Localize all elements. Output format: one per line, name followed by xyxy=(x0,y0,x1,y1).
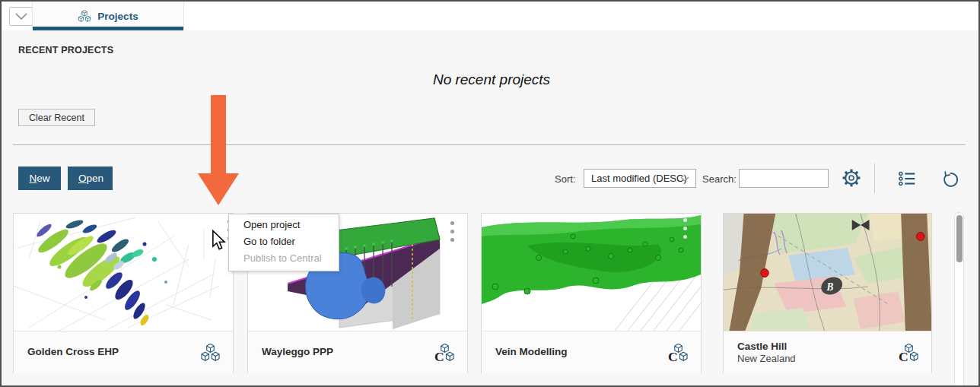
svg-text:C: C xyxy=(668,349,678,362)
view-toggle-button[interactable] xyxy=(896,169,918,190)
tab-projects[interactable]: Projects xyxy=(32,2,184,30)
search-input[interactable] xyxy=(739,169,829,188)
project-menu-kebab-icon[interactable] xyxy=(679,218,691,246)
project-card-footer: Wayleggo PPP C xyxy=(248,331,467,373)
svg-text:C: C xyxy=(434,349,444,362)
new-project-button[interactable]: New xyxy=(18,167,61,190)
project-card[interactable]: Vein Modelling C xyxy=(481,213,702,373)
cubes-icon xyxy=(78,10,91,23)
project-title: Vein Modelling xyxy=(495,346,568,359)
central-cubes-icon: C xyxy=(899,343,919,362)
project-thumbnail-image xyxy=(14,214,233,331)
project-card-footer: Vein Modelling C xyxy=(482,331,701,373)
toolbar-divider xyxy=(874,163,875,193)
tab-projects-label: Projects xyxy=(97,11,138,22)
list-view-icon xyxy=(897,169,917,189)
sort-select-value: Last modified (DESC) xyxy=(591,173,687,184)
project-subtitle: New Zealand xyxy=(737,353,796,364)
project-card[interactable]: B Castle Hill New Zealand C xyxy=(723,213,932,373)
scrollbar-thumb[interactable] xyxy=(956,215,963,262)
project-thumbnail[interactable] xyxy=(482,214,701,331)
project-card-footer: Golden Cross EHP xyxy=(14,331,233,373)
svg-text:C: C xyxy=(899,349,908,362)
central-cubes-icon: C xyxy=(668,343,689,362)
project-title: Castle Hill xyxy=(737,341,796,354)
search-label: Search: xyxy=(702,173,737,185)
central-cubes-icon: C xyxy=(434,343,455,362)
project-card-footer: Castle Hill New Zealand C xyxy=(724,331,931,373)
chevron-down-icon xyxy=(15,13,27,20)
refresh-button[interactable] xyxy=(939,169,960,190)
tab-bar: Projects xyxy=(2,2,978,30)
app-window: Projects RECENT PROJECTS No recent proje… xyxy=(0,0,980,387)
tab-list-dropdown-button[interactable] xyxy=(9,7,33,26)
settings-button[interactable] xyxy=(841,167,862,189)
no-recent-projects-message: No recent projects xyxy=(2,71,980,88)
project-title: Golden Cross EHP xyxy=(27,346,119,359)
project-thumbnail-image: B xyxy=(724,214,931,331)
project-thumbnail-image xyxy=(482,214,701,331)
project-context-menu: Open project Go to folder Publish to Cen… xyxy=(228,214,339,271)
recent-projects-heading: RECENT PROJECTS xyxy=(18,45,113,56)
gear-icon xyxy=(841,167,862,189)
active-tab-underline xyxy=(33,27,183,30)
project-title: Wayleggo PPP xyxy=(262,346,333,359)
project-card[interactable]: Golden Cross EHP xyxy=(13,213,234,373)
sort-label: Sort: xyxy=(555,173,575,185)
section-divider xyxy=(13,144,966,145)
project-thumbnail[interactable] xyxy=(14,214,233,331)
menu-item-open-project[interactable]: Open project xyxy=(229,217,339,233)
annotation-arrow-icon xyxy=(197,95,240,206)
menu-item-publish-to-central: Publish to Central xyxy=(229,250,339,267)
chevron-down-icon xyxy=(680,176,689,182)
mouse-cursor-icon xyxy=(212,230,226,252)
sort-select[interactable]: Last modified (DESC) xyxy=(584,169,696,188)
cubes-icon xyxy=(200,343,221,362)
open-project-button[interactable]: Open xyxy=(68,167,113,190)
svg-text:B: B xyxy=(826,281,834,293)
clear-recent-button[interactable]: Clear Recent xyxy=(18,109,95,126)
menu-item-go-to-folder[interactable]: Go to folder xyxy=(229,233,339,250)
vertical-scrollbar[interactable] xyxy=(954,212,964,387)
project-menu-kebab-icon[interactable] xyxy=(446,221,458,249)
refresh-icon xyxy=(940,169,960,189)
project-thumbnail[interactable]: B xyxy=(724,214,931,331)
